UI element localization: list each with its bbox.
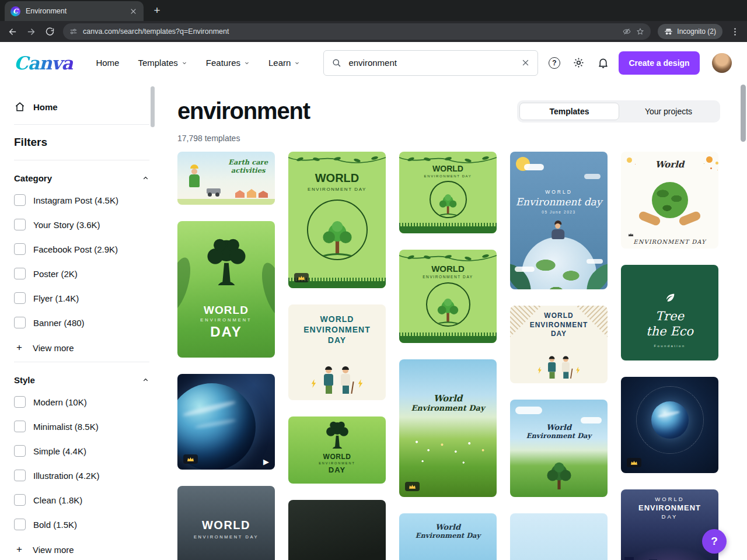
chevron-down-icon xyxy=(181,60,187,66)
checkbox[interactable] xyxy=(14,317,26,328)
incognito-label: Incognito (2) xyxy=(677,27,716,36)
template-card-cream-people-2[interactable]: WORLD ENVIRONMENT DAY xyxy=(510,306,608,383)
template-card-green-circle-3[interactable]: WORLD ENVIRONMENT DAY xyxy=(399,250,497,343)
leaf-icon xyxy=(664,292,676,304)
filter-banner[interactable]: Banner (480) xyxy=(0,310,163,335)
template-card-dark[interactable] xyxy=(288,500,386,560)
style-section-header[interactable]: Style xyxy=(0,362,163,390)
nav-home[interactable]: Home xyxy=(96,58,119,68)
filter-illustration[interactable]: Illustration (4.2K) xyxy=(0,463,163,488)
pro-badge xyxy=(627,458,641,467)
cloud-illustration xyxy=(584,174,601,179)
lightning-icon xyxy=(358,379,363,388)
canva-logo[interactable]: Canva xyxy=(14,52,76,74)
browser-tab[interactable]: Environment xyxy=(5,1,144,21)
pro-badge xyxy=(294,273,309,282)
filter-minimalist[interactable]: Minimalist (8.5K) xyxy=(0,414,163,439)
checkbox[interactable] xyxy=(14,519,26,530)
notifications-bell-icon[interactable] xyxy=(595,54,612,71)
template-card-tree-eco[interactable]: Tree the Eco Foundation xyxy=(621,265,718,360)
sidebar-scrollbar[interactable] xyxy=(151,86,155,127)
tab-your-projects[interactable]: Your projects xyxy=(619,103,718,120)
template-card-sky[interactable]: World Environment Day xyxy=(399,513,497,560)
filter-bold[interactable]: Bold (1.5K) xyxy=(0,512,163,537)
help-fab[interactable]: ? xyxy=(702,529,727,554)
template-card-earth-space[interactable] xyxy=(621,377,718,473)
card-title: WORLD Environment day 05 June 2023 xyxy=(510,189,608,214)
checkbox[interactable] xyxy=(14,292,26,304)
filter-flyer[interactable]: Flyer (1.4K) xyxy=(0,286,163,310)
template-card-grass-photo[interactable]: World Environment Day xyxy=(399,359,497,497)
new-tab-button[interactable] xyxy=(149,3,165,18)
filters-heading: Filters xyxy=(0,125,163,160)
template-card-dark-photo[interactable]: WORLD ENVIRONMENT DAY xyxy=(177,486,275,560)
checkbox[interactable] xyxy=(14,470,26,481)
cloud-illustration xyxy=(515,407,542,414)
template-card-hands-earth[interactable]: World ENVIRONMENT DAY xyxy=(621,152,718,249)
back-button[interactable] xyxy=(4,23,21,40)
checkbox[interactable] xyxy=(14,219,26,230)
page-title: environment xyxy=(177,98,310,124)
filter-clean[interactable]: Clean (1.8K) xyxy=(0,488,163,512)
user-avatar[interactable] xyxy=(712,53,732,73)
tree-circle-illustration xyxy=(430,181,467,218)
checkbox[interactable] xyxy=(14,243,26,255)
menu-dots-icon[interactable] xyxy=(726,23,743,40)
nav-learn[interactable]: Learn xyxy=(268,58,300,68)
forward-button[interactable] xyxy=(22,23,40,40)
category-section-header[interactable]: Category xyxy=(0,160,163,188)
category-view-more[interactable]: View more xyxy=(0,335,163,362)
template-card-tree-photo[interactable]: World Environment Day xyxy=(510,400,608,497)
help-icon[interactable] xyxy=(546,54,563,71)
filter-your-story[interactable]: Your Story (3.6K) xyxy=(0,212,163,237)
eye-blocked-icon[interactable] xyxy=(623,27,631,36)
earth-illustration xyxy=(651,401,689,439)
checkbox[interactable] xyxy=(14,268,26,279)
search-bar[interactable] xyxy=(323,50,538,76)
template-card-earth-care[interactable]: Earth care activities xyxy=(177,152,275,205)
filter-poster[interactable]: Poster (2K) xyxy=(0,261,163,286)
crown-icon xyxy=(298,275,305,281)
filter-simple[interactable]: Simple (4.4K) xyxy=(0,439,163,463)
reload-button[interactable] xyxy=(41,23,58,40)
template-card-blue-illustrated[interactable]: WORLD Environment day 05 June 2023 xyxy=(510,152,608,289)
site-settings-tune-icon[interactable] xyxy=(69,27,78,36)
checkbox[interactable] xyxy=(14,445,26,457)
template-card-light-blue[interactable] xyxy=(510,513,608,560)
browser-toolbar: canva.com/search/templates?q=Environment… xyxy=(0,21,747,42)
search-input[interactable] xyxy=(347,57,515,68)
settings-gear-icon[interactable] xyxy=(570,54,587,71)
tab-close-icon[interactable] xyxy=(128,6,138,16)
play-icon xyxy=(263,457,269,466)
page-scrollbar[interactable] xyxy=(741,85,746,142)
template-card-green-circle-2[interactable]: WORLD ENVIRONMENT DAY xyxy=(399,152,497,233)
nav-templates[interactable]: Templates xyxy=(138,58,187,68)
plus-icon xyxy=(14,544,25,555)
checkbox[interactable] xyxy=(14,194,26,206)
template-card-earth-video[interactable] xyxy=(177,374,275,470)
template-card-cream-people-1[interactable]: WORLD ENVIRONMENT DAY xyxy=(288,304,386,400)
style-view-more[interactable]: View more xyxy=(0,537,163,560)
tree-circle-illustration xyxy=(426,282,470,327)
tab-templates[interactable]: Templates xyxy=(519,103,619,120)
template-card-green-small[interactable]: WORLD ENVIRONMENT DAY xyxy=(288,416,386,484)
filter-modern[interactable]: Modern (10K) xyxy=(0,390,163,414)
checkbox[interactable] xyxy=(14,421,26,432)
create-design-button[interactable]: Create a design xyxy=(619,51,699,75)
checkbox[interactable] xyxy=(14,494,26,506)
houses-illustration xyxy=(235,189,268,198)
template-card-night-city[interactable]: WORLD ENVIRONMENT DAY xyxy=(621,489,718,560)
checkbox[interactable] xyxy=(14,396,26,408)
filter-instagram-post[interactable]: Instagram Post (4.5K) xyxy=(0,188,163,212)
template-card-green-circle-1[interactable]: WORLD ENVIRONMENT DAY xyxy=(288,152,386,288)
card-title: WORLD ENVIRONMENT DAY xyxy=(621,496,718,520)
card-title: WORLD ENVIRONMENT DAY xyxy=(177,519,275,540)
url-text[interactable]: canva.com/search/templates?q=Environment xyxy=(83,27,617,36)
sidebar-home[interactable]: Home xyxy=(0,95,163,124)
clear-search-icon[interactable] xyxy=(521,58,530,67)
template-card-green-poster[interactable]: WORLD ENVIRONMENT DAY xyxy=(177,221,275,358)
nav-features[interactable]: Features xyxy=(206,58,250,68)
address-bar[interactable]: canva.com/search/templates?q=Environment xyxy=(63,23,651,40)
bookmark-star-icon[interactable] xyxy=(636,27,644,36)
filter-facebook-post[interactable]: Facebook Post (2.9K) xyxy=(0,237,163,261)
